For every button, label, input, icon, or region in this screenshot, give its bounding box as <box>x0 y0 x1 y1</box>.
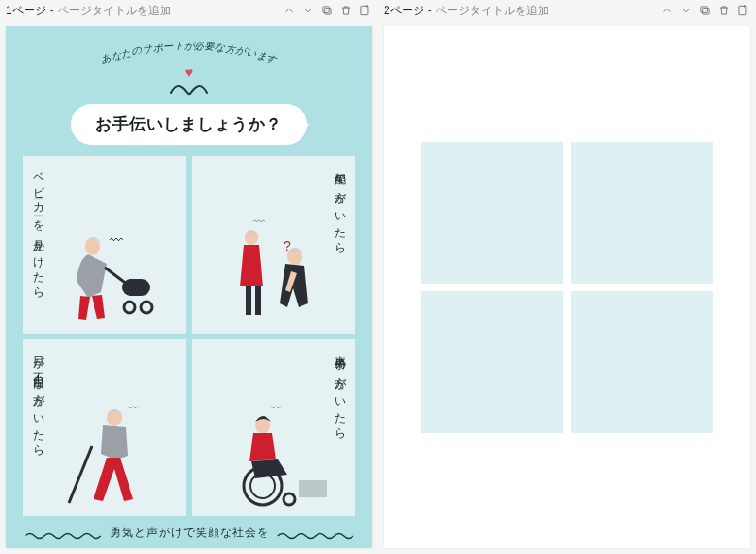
svg-text:〰: 〰 <box>253 216 265 229</box>
canvas-viewport-2 <box>378 21 756 554</box>
svg-text:〰: 〰 <box>128 402 139 415</box>
scenario-cell-elderly[interactable]: 年配の方が いたら ? 〰 <box>192 156 355 334</box>
scenario-cell-stroller[interactable]: ベビーカーを 見かけたら 〰 <box>23 156 186 334</box>
scenario-label: ベビーカーを 見かけたら <box>30 164 46 294</box>
page-column-2: 2ページ - ページタイトルを追加 <box>378 0 756 554</box>
scenario-grid: ベビーカーを 見かけたら 〰 <box>23 156 355 516</box>
elderly-illustration: ? 〰 <box>217 216 331 330</box>
bubble-text: お手伝いしましょうか？ <box>95 115 283 133</box>
page-title-placeholder[interactable]: ページタイトルを追加 <box>58 3 278 19</box>
svg-text:〰: 〰 <box>270 402 282 415</box>
trash-icon[interactable] <box>716 3 731 18</box>
svg-point-6 <box>124 302 135 313</box>
hands-icon <box>169 79 209 102</box>
duplicate-icon[interactable] <box>319 3 335 18</box>
footer-tagline[interactable]: 勇気と声がけで笑顔な社会を <box>110 526 269 540</box>
svg-text:〰: 〰 <box>110 233 123 248</box>
svg-rect-5 <box>122 279 150 296</box>
scenario-label: 車椅子の方が いたら <box>332 347 348 435</box>
page-header-2: 2ページ - ページタイトルを追加 <box>378 0 756 21</box>
page-number: 2ページ <box>384 3 424 19</box>
heart-icon: ♥ <box>185 64 193 79</box>
chevron-down-icon[interactable] <box>679 3 694 18</box>
svg-line-16 <box>69 446 92 503</box>
svg-rect-0 <box>325 9 331 14</box>
svg-point-7 <box>141 302 152 313</box>
footer-wave: 勇気と声がけで笑顔な社会を <box>23 524 355 541</box>
svg-point-21 <box>284 493 295 505</box>
svg-rect-1 <box>323 7 329 12</box>
wave-right-icon <box>275 528 356 537</box>
scenario-cell-wheelchair[interactable]: 車椅子の方が いたら 〰 <box>192 339 355 517</box>
svg-rect-10 <box>246 286 251 315</box>
wheelchair-illustration: 〰 <box>217 399 331 512</box>
canvas-page-2[interactable] <box>384 26 750 548</box>
speech-bubble[interactable]: お手伝いしましょうか？ <box>71 104 307 145</box>
canvas-page-1[interactable]: あなたのサポートが必要な方がいます ♥ お手伝いしましょうか？ ベビーカーを 見… <box>6 26 372 548</box>
image-placeholder[interactable] <box>421 142 563 284</box>
flyer: あなたのサポートが必要な方がいます ♥ お手伝いしましょうか？ ベビーカーを 見… <box>6 26 372 548</box>
image-placeholder[interactable] <box>421 291 563 433</box>
add-page-icon[interactable] <box>357 3 372 18</box>
scenario-label: 年配の方が いたら <box>332 164 348 250</box>
scenario-label: 目が不自由な方が いたら <box>30 347 46 452</box>
wave-left-icon <box>23 528 104 537</box>
chevron-up-icon[interactable] <box>282 3 297 18</box>
page-header-1: 1ページ - ページタイトルを追加 <box>0 0 378 21</box>
canvas-viewport-1: あなたのサポートが必要な方がいます ♥ お手伝いしましょうか？ ベビーカーを 見… <box>0 21 378 554</box>
chevron-down-icon[interactable] <box>301 3 316 18</box>
heart-hands-icon[interactable]: ♥ <box>167 64 211 98</box>
scenario-cell-blind[interactable]: 目が不自由な方が いたら 〰 <box>23 339 186 517</box>
cane-illustration: 〰 <box>48 399 162 512</box>
svg-rect-26 <box>739 6 746 14</box>
image-placeholder[interactable] <box>571 142 713 284</box>
page-number: 1ページ <box>6 3 46 19</box>
svg-rect-24 <box>703 9 709 14</box>
placeholder-grid <box>421 142 713 433</box>
chevron-up-icon[interactable] <box>660 3 675 18</box>
image-placeholder[interactable] <box>571 291 713 433</box>
page-title-placeholder[interactable]: ページタイトルを追加 <box>436 3 656 19</box>
svg-rect-2 <box>361 6 368 14</box>
trash-icon[interactable] <box>338 3 353 18</box>
stroller-illustration: 〰 <box>48 216 162 330</box>
svg-rect-22 <box>299 480 327 497</box>
duplicate-icon[interactable] <box>697 3 713 18</box>
page-column-1: 1ページ - ページタイトルを追加 あなたのサポートが必要な方がいます ♥ <box>0 0 378 554</box>
svg-text:?: ? <box>284 238 291 253</box>
svg-rect-25 <box>701 7 707 12</box>
svg-rect-11 <box>255 286 261 315</box>
svg-text:あなたのサポートが必要な方がいます: あなたのサポートが必要な方がいます <box>99 40 280 65</box>
add-page-icon[interactable] <box>735 3 750 18</box>
